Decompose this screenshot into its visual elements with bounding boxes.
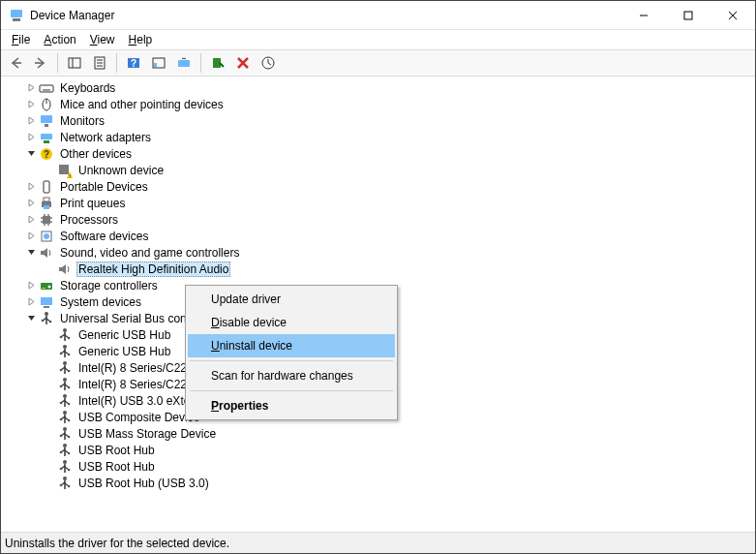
ctx-properties[interactable]: Properties [188,394,395,417]
tree-node-network[interactable]: Network adapters [5,129,755,145]
menu-action[interactable]: Action [37,32,82,47]
expand-icon[interactable] [23,113,39,129]
update-driver-button[interactable] [257,51,280,75]
usb-icon [57,410,73,425]
tree-node-usb-child[interactable]: USB Root Hub [5,458,755,475]
usb-icon [57,426,73,442]
node-label: Monitors [58,113,106,129]
monitor-icon [39,113,54,129]
toolbar-separator [200,53,201,73]
collapse-icon[interactable] [23,245,39,261]
forward-button[interactable] [29,51,52,75]
usb-icon [57,393,73,409]
expand-icon[interactable] [23,179,39,195]
node-label: Storage controllers [58,278,160,293]
maximize-button[interactable] [666,1,711,30]
ctx-separator [190,360,393,361]
toolbar-separator [57,53,58,73]
titlebar: Device Manager [1,1,755,30]
printer-icon [39,196,54,211]
node-label: Generic USB Hub [76,344,172,359]
ctx-scan-hardware[interactable]: Scan for hardware changes [188,364,395,387]
sound-icon [39,245,54,261]
tree-node-unknown-device[interactable]: Unknown device [5,162,755,178]
usb-icon [57,443,73,458]
storage-icon [39,278,54,293]
toolbar-separator [116,53,117,73]
tree-node-print[interactable]: Print queues [5,195,755,211]
no-twisty [42,262,57,277]
statusbar-text: Uninstalls the driver for the selected d… [5,537,229,550]
properties-button[interactable] [88,51,111,75]
usb-icon [57,360,73,376]
processor-icon [39,212,54,228]
tree-node-sound[interactable]: Sound, video and game controllers [5,244,755,261]
usb-icon [57,344,73,359]
scan-hardware-button[interactable] [172,51,196,75]
back-button[interactable] [4,51,27,75]
node-label: Sound, video and game controllers [58,245,241,261]
expand-icon[interactable] [23,196,39,211]
tree-node-processors[interactable]: Processors [5,211,755,228]
action-pane-button[interactable] [147,51,170,75]
node-label: Generic USB Hub [76,327,172,343]
menubar: File Action View Help [1,30,755,49]
no-twisty [42,377,57,392]
close-button[interactable] [711,1,755,30]
context-menu: Update driver Disable device Uninstall d… [185,285,398,420]
no-twisty [42,360,57,376]
window-title: Device Manager [30,9,114,22]
device-tree[interactable]: Keyboards Mice and other pointing device… [1,77,755,532]
node-label: Keyboards [58,80,117,96]
tree-node-usb-child[interactable]: USB Root Hub (USB 3.0) [5,475,755,491]
enable-device-button[interactable] [206,51,229,75]
expand-icon[interactable] [23,229,39,244]
ctx-uninstall-device[interactable]: Uninstall device [188,334,395,357]
unknown-device-icon [57,163,73,178]
node-label: USB Root Hub [76,443,157,458]
no-twisty [42,443,57,458]
collapse-icon[interactable] [23,311,39,326]
uninstall-device-button[interactable] [231,51,255,75]
ctx-disable-device[interactable]: Disable device [188,311,395,334]
statusbar: Uninstalls the driver for the selected d… [1,532,755,553]
tree-node-portable[interactable]: Portable Devices [5,178,755,195]
tree-node-keyboards[interactable]: Keyboards [5,79,755,96]
keyboard-icon [39,80,54,96]
no-twisty [42,476,57,491]
expand-icon[interactable] [23,212,39,228]
portable-device-icon [39,179,54,195]
toolbar [1,49,755,77]
node-label: USB Root Hub (USB 3.0) [76,476,211,491]
ctx-update-driver[interactable]: Update driver [188,288,395,311]
expand-icon[interactable] [23,97,39,112]
expand-icon[interactable] [23,278,39,293]
ctx-separator [190,390,393,391]
collapse-icon[interactable] [23,146,39,162]
tree-node-usb-child[interactable]: USB Mass Storage Device [5,425,755,442]
tree-node-mice[interactable]: Mice and other pointing devices [5,96,755,112]
expand-icon[interactable] [23,80,39,96]
expand-icon[interactable] [23,130,39,145]
show-hide-console-tree-button[interactable] [63,51,86,75]
tree-node-other[interactable]: Other devices [5,145,755,162]
tree-node-monitors[interactable]: Monitors [5,112,755,129]
node-label: Print queues [58,196,127,211]
tree-node-usb-child[interactable]: USB Root Hub [5,442,755,458]
no-twisty [42,393,57,409]
system-device-icon [39,294,54,310]
tree-node-software[interactable]: Software devices [5,228,755,244]
device-manager-window: Device Manager File Action View Help [0,0,756,554]
mouse-icon [39,97,54,112]
software-device-icon [39,229,54,244]
expand-icon[interactable] [23,294,39,310]
no-twisty [42,344,57,359]
minimize-button[interactable] [621,1,666,30]
tree-node-realtek-audio[interactable]: Realtek High Definition Audio [5,261,755,277]
menu-view[interactable]: View [83,32,122,47]
menu-file[interactable]: File [5,32,37,47]
no-twisty [42,410,57,425]
help-button[interactable] [122,51,145,75]
usb-icon [39,311,54,326]
menu-help[interactable]: Help [122,32,160,47]
